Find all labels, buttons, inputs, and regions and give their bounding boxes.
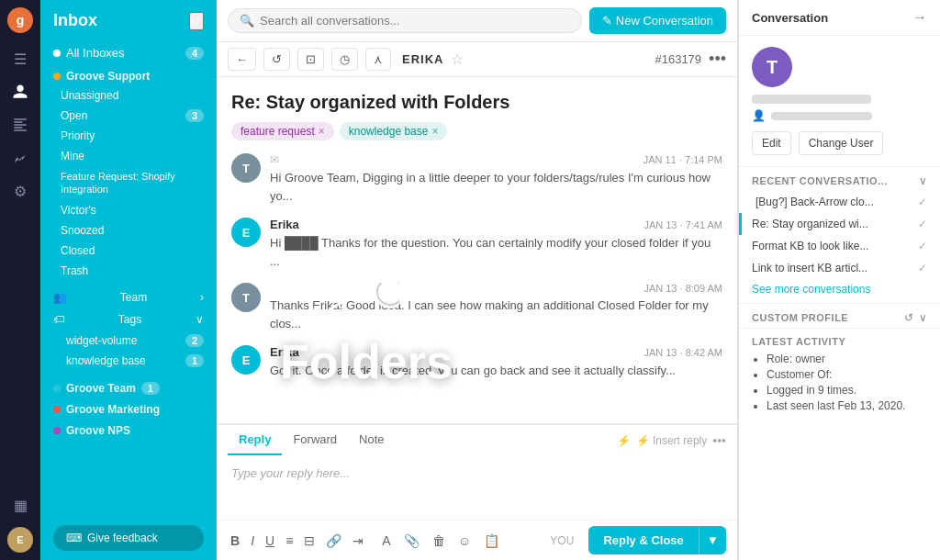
reply-input[interactable]: Type your reply here... [217,455,737,520]
reply-close-button[interactable]: Reply & Close [588,526,698,554]
reply-close-dropdown[interactable]: ▼ [699,526,726,554]
right-panel-title: Conversation [752,11,828,25]
insert-reply-text[interactable]: ⚡ Insert reply [636,434,708,447]
recent-conv-2[interactable]: Format KB to look like... ✓ [739,235,940,257]
more-options-button[interactable]: ••• [709,50,726,69]
reply-tabs: Reply Forward Note ⚡ ⚡ Insert reply ••• [217,424,737,455]
all-inboxes-badge: 4 [185,47,204,60]
search-box[interactable]: 🔍 [228,8,582,33]
settings-icon[interactable]: ⚙ [6,176,35,206]
groove-nps-dot [53,427,61,434]
message-0: T ✉ JAN 11 · 7:14 PM Hi Groove Team, Dig… [231,153,722,205]
emoji-button[interactable]: ☺ [455,531,474,551]
message-header-0: ✉ JAN 11 · 7:14 PM [270,153,722,166]
custom-profile-header: CUSTOM PROFILE ↺ ∨ [739,304,940,328]
tag-feature-request-remove[interactable]: × [319,125,325,138]
reply-more-button[interactable]: ••• [712,433,726,448]
menu-icon[interactable]: ☰ [6,44,35,73]
sidebar-item-tags[interactable]: 🏷 Tags ∨ [40,308,217,330]
sidebar-item-mine[interactable]: Mine [40,146,217,166]
message-name-3: Erika [270,345,299,359]
tag-knowledge-base[interactable]: knowledge base × [340,122,448,140]
exit-panel-button[interactable]: → [912,9,927,26]
activity-icon[interactable] [6,143,35,173]
tag-feature-request[interactable]: feature request × [231,122,334,140]
message-body-0: ✉ JAN 11 · 7:14 PM Hi Groove Team, Diggi… [270,153,722,205]
sidebar-item-victors[interactable]: Victor's [40,200,217,220]
recent-conv-3[interactable]: Link to insert KB articl... ✓ [739,257,940,279]
underline-button[interactable]: U [263,531,277,551]
open-badge: 3 [185,109,204,122]
recent-conv-0[interactable]: [Bug?] Back-Arrow clo... ✓ [739,191,940,213]
recent-conv-1[interactable]: Re: Stay organized wi... ✓ [739,213,940,235]
tab-note[interactable]: Note [348,425,395,455]
sidebar-item-priority[interactable]: Priority [40,126,217,146]
new-conversation-button[interactable]: ✎ New Conversation [589,7,726,34]
sidebar-item-open[interactable]: Open 3 [40,106,217,126]
more-fmt-button[interactable]: 📋 [481,531,502,551]
custom-profile-refresh[interactable]: ↺ [904,311,913,324]
grid-icon[interactable]: ▦ [6,490,35,520]
list-button[interactable]: ≡ [283,531,296,551]
sidebar-item-closed[interactable]: Closed [40,241,217,261]
change-user-button[interactable]: Change User [799,131,884,155]
recent-conv-check-1: ✓ [918,218,927,230]
app-logo[interactable]: g [7,7,33,33]
message-date-1: JAN 13 · 7:41 AM [643,219,722,230]
sidebar-item-unassigned[interactable]: Unassigned [40,85,217,106]
sidebar-group-groove-nps: Groove NPS [40,419,217,440]
sidebar-tag-knowledge-base[interactable]: knowledge base 1 [40,351,217,371]
feedback-button[interactable]: ⌨ Give feedback [53,525,204,551]
message-text-2: Thanks Erika! Good idea. I can see how m… [270,297,722,332]
see-more-conversations[interactable]: See more conversations [739,279,940,303]
message-avatar-3: E [231,345,261,375]
custom-profile-title: CUSTOM PROFILE [752,312,848,323]
recent-conv-collapse[interactable]: ∨ [919,174,927,187]
sidebar-item-feature-request[interactable]: Feature Request: Shopify Integration [40,166,217,200]
sidebar-item-team[interactable]: 👥 Team › [40,286,217,308]
contacts-icon[interactable] [6,77,35,106]
delete-button[interactable]: 🗑 [430,531,448,551]
search-icon: 🔍 [240,14,254,28]
user-avatar[interactable]: E [7,527,33,553]
italic-button[interactable]: I [248,531,257,551]
sidebar-group-groove-marketing: Groove Marketing [40,398,217,419]
tab-reply[interactable]: Reply [228,425,282,455]
tag-knowledge-base-remove[interactable]: × [431,125,438,138]
bold-button[interactable]: B [228,531,242,551]
ordered-list-button[interactable]: ⊟ [301,531,318,551]
sidebar-tag-widget-volume[interactable]: widget-volume 2 [40,330,217,351]
message-date-3: JAN 13 · 8:42 AM [643,347,722,358]
link-button[interactable]: 🔗 [323,531,344,551]
indent-button[interactable]: ⇥ [350,531,366,551]
sidebar-item-snoozed[interactable]: Snoozed [40,220,217,241]
star-button[interactable]: ☆ [451,50,464,68]
tab-forward[interactable]: Forward [282,425,348,455]
latest-activity-section: LATEST ACTIVITY Role: owner Customer Of:… [739,328,940,422]
message-3: E Erika JAN 13 · 8:42 AM Got it. Once a … [231,345,722,380]
filter-button[interactable]: ⋏ [365,48,391,71]
reports-icon[interactable] [6,110,35,140]
sidebar-item-trash[interactable]: Trash [40,261,217,281]
text-color-button[interactable]: A [379,531,393,551]
recent-conv-check-0: ✓ [918,196,927,208]
snooze-button[interactable]: ◷ [331,48,358,71]
message-avatar-0: T [231,153,261,183]
assign-button[interactable]: ⊡ [297,48,324,71]
message-text-0: Hi Groove Team, Digging in a little deep… [270,169,722,205]
assignee-name: ERIKA [402,52,443,66]
attachment-button[interactable]: 📎 [401,531,422,551]
groove-team-dot [53,385,61,392]
reply-section: Reply Forward Note ⚡ ⚡ Insert reply ••• … [217,423,737,560]
edit-contact-button[interactable]: Edit [752,131,791,155]
groove-support-label: Groove Support [66,70,150,83]
sidebar-item-all-inboxes[interactable]: All Inboxes 4 [40,41,217,64]
refresh-button[interactable]: ↺ [189,12,204,30]
search-input[interactable] [260,14,570,28]
back-button[interactable]: ← [228,48,256,71]
refresh-conv-button[interactable]: ↺ [263,48,290,71]
recent-conv-text-0: [Bug?] Back-Arrow clo... [755,196,912,208]
sidebar-title: Inbox [53,11,97,30]
reply-format-bar: B I U ≡ ⊟ 🔗 ⇥ A 📎 🗑 ☺ 📋 YOU Reply & Clos… [217,520,737,560]
custom-profile-collapse[interactable]: ∨ [919,311,927,324]
